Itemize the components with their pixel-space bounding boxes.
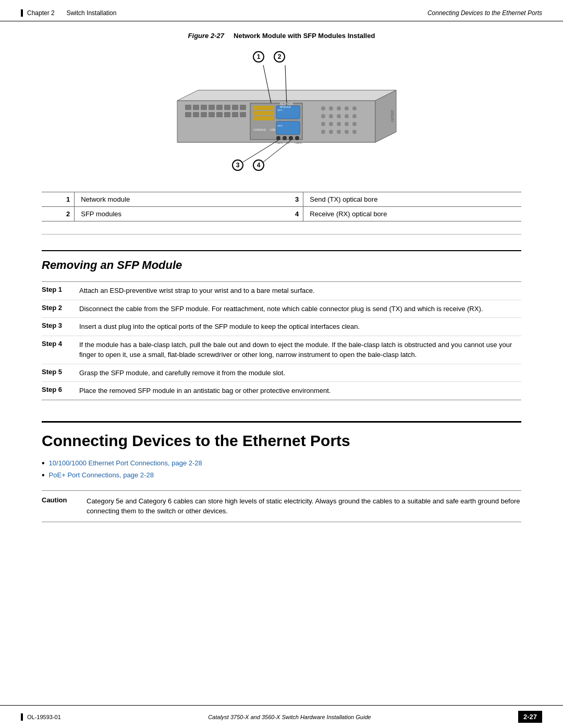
footer-left: OL-19593-01	[21, 713, 61, 721]
parts-row-2: 2 SFP modules 4 Receive (RX) optical bor…	[42, 207, 521, 221]
svg-rect-4	[185, 105, 191, 110]
svg-point-39	[352, 114, 357, 118]
svg-rect-15	[209, 112, 215, 117]
step-row-6: Step 6 Place the removed SFP module in a…	[42, 382, 521, 400]
svg-text:USB: USB	[270, 128, 276, 131]
svg-point-34	[352, 106, 357, 110]
svg-point-38	[345, 114, 349, 118]
svg-point-48	[345, 130, 349, 134]
svg-text:CONSOLE: CONSOLE	[253, 128, 266, 131]
callout-2: 2	[274, 51, 285, 63]
svg-point-45	[321, 130, 325, 134]
step-3-label: Step 3	[42, 322, 73, 329]
part-num-1: 1	[42, 192, 75, 207]
svg-rect-6	[201, 105, 207, 110]
part-num-2: 2	[42, 207, 75, 221]
svg-point-46	[329, 130, 333, 134]
svg-rect-9	[224, 105, 230, 110]
connecting-section-heading: Connecting Devices to the Ethernet Ports	[42, 421, 521, 450]
svg-rect-17	[224, 112, 230, 117]
step-row-5: Step 5 Grasp the SFP module, and careful…	[42, 364, 521, 382]
step-row-1: Step 1 Attach an ESD-preventive wrist st…	[42, 282, 521, 300]
step-5-label: Step 5	[42, 368, 73, 376]
svg-point-42	[337, 122, 341, 126]
footer-doc-id: OL-19593-01	[27, 714, 61, 720]
chapter-title: Switch Installation	[66, 9, 116, 17]
svg-point-40	[321, 122, 325, 126]
svg-rect-18	[232, 112, 238, 117]
parts-table: 1 Network module 3 Send (TX) optical bor…	[42, 192, 521, 221]
svg-point-43	[345, 122, 349, 126]
callout-4: 4	[253, 159, 264, 171]
step-3-text: Insert a dust plug into the optical port…	[79, 322, 360, 332]
svg-rect-7	[209, 105, 215, 110]
figure-number: Figure 2-27	[188, 32, 224, 40]
svg-rect-14	[201, 112, 207, 117]
step-1-text: Attach an ESD-preventive wrist strap to …	[79, 286, 315, 296]
caution-box: Caution Category 5e and Category 6 cable…	[42, 490, 521, 522]
step-4-label: Step 4	[42, 340, 73, 348]
svg-rect-26	[276, 136, 280, 140]
svg-point-33	[345, 106, 349, 110]
svg-point-44	[352, 122, 357, 126]
svg-point-47	[337, 130, 341, 134]
svg-rect-11	[240, 105, 246, 110]
svg-line-52	[243, 140, 278, 162]
caution-label: Caution	[42, 496, 78, 504]
svg-text:SFP1: SFP1	[277, 109, 283, 112]
header-chapter: Chapter 2 Switch Installation	[21, 9, 116, 17]
svg-text:MODULE: MODULE	[280, 105, 291, 108]
part-label-4: Receive (RX) optical bore	[303, 207, 521, 221]
part-num-3: 3	[271, 192, 303, 207]
figure-title: Network Module with SFP Modules Installe…	[234, 32, 375, 40]
footer-bar	[21, 713, 23, 721]
part-label-3: Send (TX) optical bore	[303, 192, 521, 207]
chapter-label: Chapter 2	[27, 9, 55, 17]
step-1-label: Step 1	[42, 286, 73, 293]
step-6-text: Place the removed SFP module in an antis…	[79, 386, 331, 396]
bullet-list: 10/100/1000 Ethernet Port Connections, p…	[42, 459, 521, 480]
bullet-item-2[interactable]: PoE+ Port Connections, page 2-28	[42, 471, 521, 480]
step-row-2: Step 2 Disconnect the cable from the SFP…	[42, 300, 521, 318]
link-poe-port[interactable]: PoE+ Port Connections, page 2-28	[49, 471, 154, 479]
svg-point-35	[321, 114, 325, 118]
svg-text:T-SAT02: T-SAT02	[294, 142, 302, 144]
svg-text:T-SAT01: T-SAT01	[275, 142, 284, 144]
caution-text: Category 5e and Category 6 cables can st…	[87, 496, 521, 516]
svg-rect-22	[253, 111, 274, 115]
main-content: Figure 2-27 Network Module with SFP Modu…	[0, 21, 563, 564]
step-row-4: Step 4 If the module has a bale-clasp la…	[42, 336, 521, 364]
step-2-text: Disconnect the cable from the SFP module…	[79, 304, 483, 314]
step-5-text: Grasp the SFP module, and carefully remo…	[79, 368, 285, 378]
figure-section: Figure 2-27 Network Module with SFP Modu…	[42, 32, 521, 181]
header-right-text: Connecting Devices to the Ethernet Ports	[427, 9, 542, 17]
switch-diagram: 1 2 3 4	[151, 46, 412, 181]
svg-rect-16	[216, 112, 223, 117]
bullet-item-1[interactable]: 10/100/1000 Ethernet Port Connections, p…	[42, 459, 521, 468]
svg-rect-12	[185, 112, 191, 117]
header-bar	[21, 9, 23, 17]
svg-rect-23	[253, 116, 274, 120]
removing-section-heading: Removing an SFP Module	[42, 250, 521, 272]
part-label-1: Network module	[75, 192, 271, 207]
svg-rect-21	[253, 106, 274, 110]
svg-point-32	[337, 106, 341, 110]
callout-3: 3	[232, 159, 243, 171]
footer-page: 2-27	[518, 711, 542, 723]
svg-rect-28	[289, 136, 293, 140]
svg-text:253157: 253157	[390, 110, 394, 122]
parts-row-1: 1 Network module 3 Send (TX) optical bor…	[42, 192, 521, 207]
part-label-2: SFP modules	[75, 207, 271, 221]
page-header: Chapter 2 Switch Installation Connecting…	[0, 0, 563, 21]
svg-rect-8	[216, 105, 223, 110]
svg-point-30	[321, 106, 325, 110]
svg-rect-25	[276, 121, 300, 134]
part-num-4: 4	[271, 207, 303, 221]
svg-rect-5	[193, 105, 199, 110]
link-ethernet-port[interactable]: 10/100/1000 Ethernet Port Connections, p…	[49, 459, 202, 467]
page-footer: OL-19593-01 Catalyst 3750-X and 3560-X S…	[0, 705, 563, 728]
svg-rect-19	[240, 112, 246, 117]
footer-center: Catalyst 3750-X and 3560-X Switch Hardwa…	[208, 714, 371, 720]
figure-caption: Figure 2-27 Network Module with SFP Modu…	[42, 32, 521, 40]
switch-svg: 253157 CONSOLE USB NETWORK MODULE SFP1 S…	[156, 46, 407, 171]
